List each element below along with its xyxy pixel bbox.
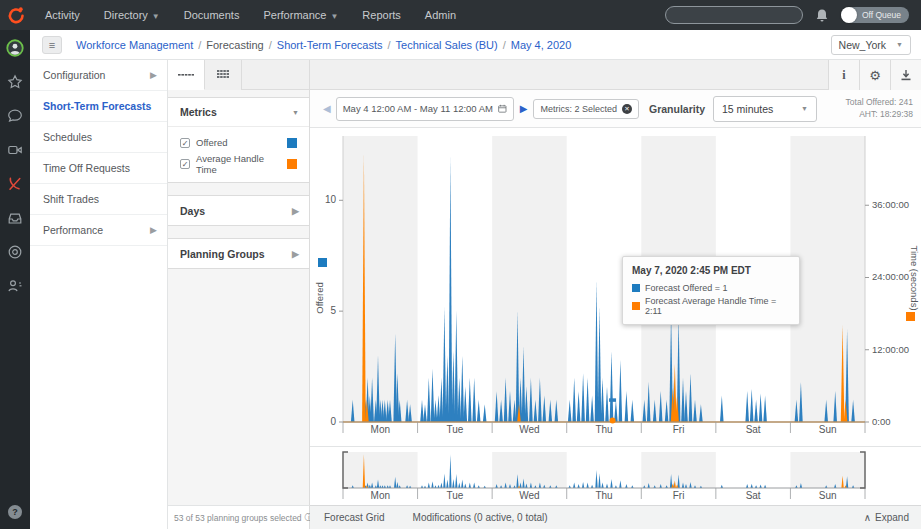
expand-arrow-icon: ∧ — [864, 512, 871, 523]
chevron-right-icon: ▶ — [150, 70, 157, 80]
nav-item-documents[interactable]: Documents — [184, 9, 240, 21]
nav-item-activity[interactable]: Activity — [45, 9, 80, 21]
favorites-star-icon[interactable] — [6, 73, 24, 91]
checkbox[interactable]: ✓ — [180, 138, 190, 148]
svg-text:?: ? — [12, 507, 18, 517]
nav-item-performance[interactable]: Performance▼ — [263, 9, 338, 21]
phone-off-icon[interactable] — [6, 175, 24, 193]
svg-text:12:00:00: 12:00:00 — [872, 344, 909, 355]
svg-text:Mon: Mon — [371, 490, 390, 501]
svg-text:0:00: 0:00 — [872, 416, 891, 427]
sidebar-item-performance[interactable]: Performance▶ — [30, 215, 167, 246]
sidebar-item-time-off-requests[interactable]: Time Off Requests — [30, 153, 167, 184]
forecast-main-chart[interactable]: 05100:0012:00:0024:00:0036:00:00OfferedT… — [310, 128, 921, 446]
sidebar-item-label: Time Off Requests — [43, 162, 130, 174]
expand-button[interactable]: ∧ Expand — [852, 512, 921, 523]
global-search — [665, 6, 803, 24]
section-header[interactable]: Planning Groups▶ — [168, 239, 309, 268]
notifications-bell-icon[interactable] — [815, 8, 829, 23]
metrics-chip-label: Metrics: 2 Selected — [540, 104, 617, 114]
profile-avatar[interactable] — [6, 39, 24, 57]
nav-item-admin[interactable]: Admin — [425, 9, 456, 21]
inbox-icon[interactable] — [6, 209, 24, 227]
chart-view-icon — [178, 71, 194, 79]
timezone-select[interactable]: New_York ▼ — [831, 35, 911, 55]
chart-actions-strip: i ⚙ — [310, 60, 921, 90]
chip-clear-icon[interactable]: ✕ — [622, 104, 632, 114]
bottom-tab-modifications[interactable]: Modifications (0 active, 0 total) — [399, 506, 562, 529]
forecast-overview-chart[interactable]: MonTueWedThuFriSatSun — [310, 446, 921, 507]
sidebar-item-label: Schedules — [43, 131, 92, 143]
filter-section-days: Days▶ — [168, 195, 309, 226]
search-input[interactable] — [673, 10, 805, 21]
totals-summary: Total Offered: 241 AHT: 18:29:38 — [827, 97, 913, 120]
help-icon[interactable]: ? — [6, 503, 24, 521]
sidebar-item-shift-trades[interactable]: Shift Trades — [30, 184, 167, 215]
metrics-section-header[interactable]: Metrics ▼ — [168, 98, 309, 127]
section-header[interactable]: Days▶ — [168, 196, 309, 225]
granularity-select[interactable]: 15 minutes ▼ — [713, 96, 817, 122]
settings-button[interactable]: ⚙ — [859, 60, 890, 90]
previous-week-button[interactable]: ◀ — [318, 103, 336, 114]
breadcrumb-item[interactable]: May 4, 2020 — [511, 39, 572, 51]
sidebar-item-configuration[interactable]: Configuration▶ — [30, 60, 167, 91]
menu-hamburger-button[interactable]: ≡ — [42, 36, 62, 54]
nav-item-directory[interactable]: Directory▼ — [104, 9, 160, 21]
sidebar-item-short-term-forecasts[interactable]: Short-Term Forecasts — [30, 91, 167, 122]
timezone-value: New_York — [839, 39, 886, 51]
sidebar-item-label: Performance — [43, 224, 103, 236]
chevron-right-icon: ▶ — [292, 249, 299, 259]
bottom-tab-forecast[interactable]: Forecast Grid — [310, 506, 399, 529]
granularity-value: 15 minutes — [722, 103, 773, 115]
bottom-tabs: Forecast GridModifications (0 active, 0 … — [310, 505, 921, 529]
total-aht: AHT: 18:29:38 — [827, 109, 913, 120]
sidebar-item-schedules[interactable]: Schedules — [30, 122, 167, 153]
grid-view-icon — [217, 70, 230, 81]
breadcrumb-separator: / — [198, 39, 201, 51]
svg-text:Offered: Offered — [314, 282, 325, 314]
tooltip-line: Forecast Average Handle Time = 2:11 — [632, 296, 790, 316]
svg-text:Wed: Wed — [519, 490, 539, 501]
metric-row-offered: ✓Offered — [168, 132, 309, 153]
tab-grid-view[interactable] — [205, 60, 242, 90]
chart-zone: 05100:0012:00:0024:00:0036:00:00OfferedT… — [310, 128, 921, 505]
agent-speaking-icon[interactable] — [6, 277, 24, 295]
info-button[interactable]: i — [828, 60, 859, 90]
breadcrumb-item: Forecasting — [206, 39, 263, 51]
sidebar-item-label: Shift Trades — [43, 193, 99, 205]
bottom-bar: 53 of 53 planning groups selected ⓘ Fore… — [168, 505, 921, 529]
sidebar-item-label: Configuration — [43, 69, 105, 81]
genesys-logo-icon[interactable] — [0, 0, 30, 30]
nav-item-reports[interactable]: Reports — [362, 9, 401, 21]
chevron-down-icon: ▼ — [801, 105, 808, 112]
checkbox[interactable]: ✓ — [180, 159, 190, 169]
tooltip-title: May 7, 2020 2:45 PM EDT — [632, 265, 790, 276]
breadcrumb-item[interactable]: Short-Term Forecasts — [277, 39, 383, 51]
tooltip-text: Forecast Offered = 1 — [645, 283, 728, 293]
date-range-picker[interactable]: May 4 12:00 AM - May 11 12:00 AM — [336, 97, 514, 121]
breadcrumb-item[interactable]: Workforce Management — [76, 39, 193, 51]
tab-chart-view[interactable] — [168, 60, 205, 90]
svg-text:Time (seconds): Time (seconds) — [909, 245, 920, 310]
next-week-button[interactable]: ▶ — [514, 103, 534, 114]
filter-sections: Days▶Planning Groups▶ — [168, 195, 309, 269]
svg-text:Thu: Thu — [595, 490, 612, 501]
svg-text:0: 0 — [330, 416, 336, 427]
tooltip-swatch — [632, 302, 640, 310]
calendar-icon — [498, 102, 507, 115]
tooltip-swatch — [632, 284, 640, 292]
target-icon[interactable] — [6, 243, 24, 261]
top-nav-bar: ActivityDirectory▼DocumentsPerformance▼R… — [0, 0, 921, 30]
metrics-selected-chip[interactable]: Metrics: 2 Selected ✕ — [533, 99, 639, 119]
planning-groups-selection: 53 of 53 planning groups selected ⓘ — [168, 505, 310, 529]
metric-checkbox-list: ✓Offered✓Average Handle Time — [168, 132, 309, 174]
chart-tooltip: May 7, 2020 2:45 PM EDT Forecast Offered… — [622, 256, 800, 325]
queue-status-toggle[interactable]: Off Queue — [841, 7, 909, 23]
metrics-section: Metrics ▼ ✓Offered✓Average Handle Time — [168, 97, 309, 183]
breadcrumb-item[interactable]: Technical Sales (BU) — [396, 39, 498, 51]
video-icon[interactable] — [6, 141, 24, 159]
svg-text:Sun: Sun — [819, 490, 837, 501]
metric-color-swatch — [287, 138, 297, 148]
download-button[interactable] — [890, 60, 921, 90]
chat-icon[interactable] — [6, 107, 24, 125]
